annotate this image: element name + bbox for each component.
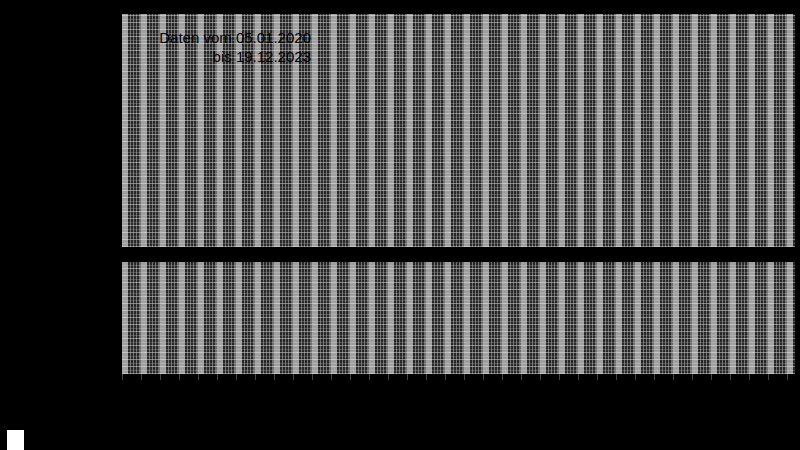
daily-area-chart	[122, 262, 795, 374]
date-range-line2: bis 19.12.2023	[145, 47, 311, 66]
date-range-annotation: Daten vom 05.01.2020 bis 19.12.2023	[145, 28, 311, 66]
bottom-chart-panel	[122, 262, 795, 374]
date-range-line1: Daten vom 05.01.2020	[145, 28, 311, 47]
x-axis-ticks	[122, 374, 795, 380]
white-marker	[7, 430, 24, 450]
plot-window: { "window": { "background": "#000000" },…	[0, 0, 800, 450]
